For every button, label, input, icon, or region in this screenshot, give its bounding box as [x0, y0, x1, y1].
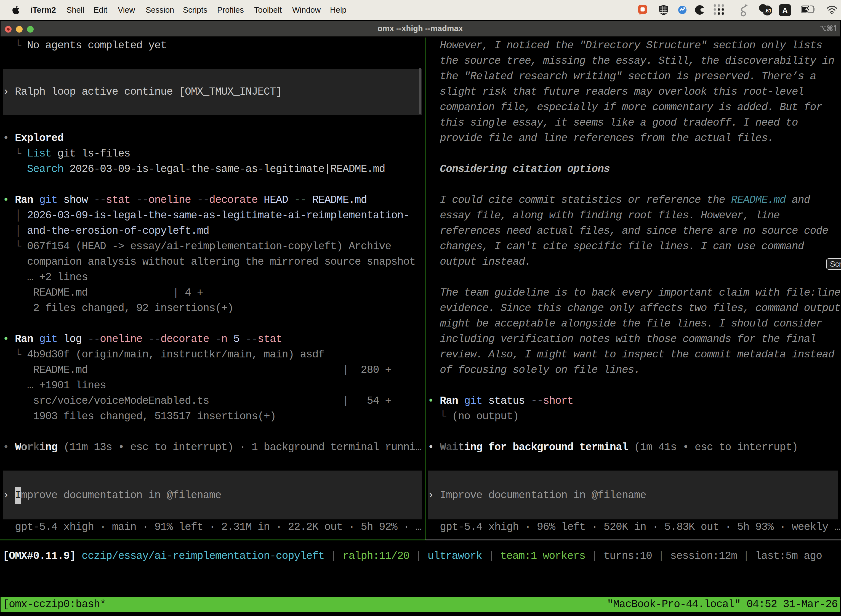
svg-text:A: A [782, 6, 788, 15]
svg-text:..61: ..61 [763, 8, 771, 13]
